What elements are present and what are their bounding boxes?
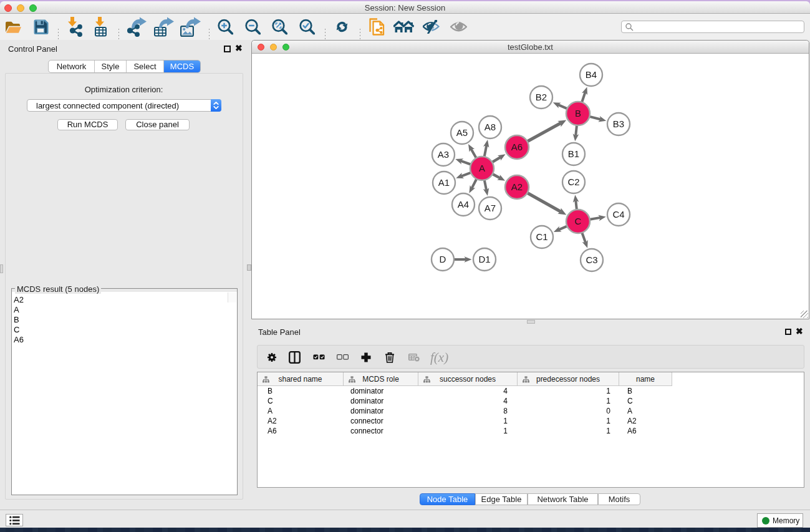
- svg-text:B: B: [575, 108, 581, 118]
- svg-text:D1: D1: [478, 254, 490, 264]
- svg-text:A2: A2: [511, 181, 523, 192]
- svg-text:C4: C4: [612, 209, 624, 220]
- svg-text:A8: A8: [485, 122, 496, 132]
- svg-text:C2: C2: [567, 177, 579, 187]
- svg-text:A3: A3: [438, 149, 449, 160]
- svg-text:A: A: [479, 163, 485, 173]
- svg-text:C3: C3: [586, 254, 597, 265]
- svg-text:B1: B1: [568, 148, 579, 159]
- svg-text:A1: A1: [438, 177, 450, 188]
- svg-text:D: D: [440, 254, 446, 264]
- svg-text:A4: A4: [458, 199, 469, 210]
- svg-text:B3: B3: [613, 118, 624, 129]
- svg-text:A5: A5: [456, 127, 468, 138]
- svg-text:B2: B2: [536, 92, 547, 102]
- svg-text:A6: A6: [511, 142, 523, 152]
- svg-text:C: C: [575, 216, 582, 226]
- svg-text:A7: A7: [485, 203, 496, 213]
- svg-text:C1: C1: [536, 231, 547, 242]
- svg-text:B4: B4: [586, 69, 597, 80]
